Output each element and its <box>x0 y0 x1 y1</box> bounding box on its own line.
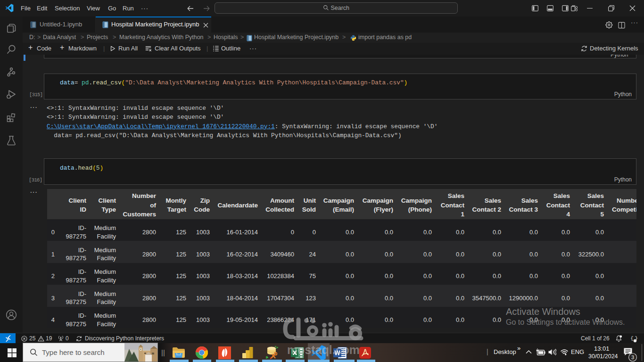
svg-text:3: 3 <box>631 354 634 360</box>
